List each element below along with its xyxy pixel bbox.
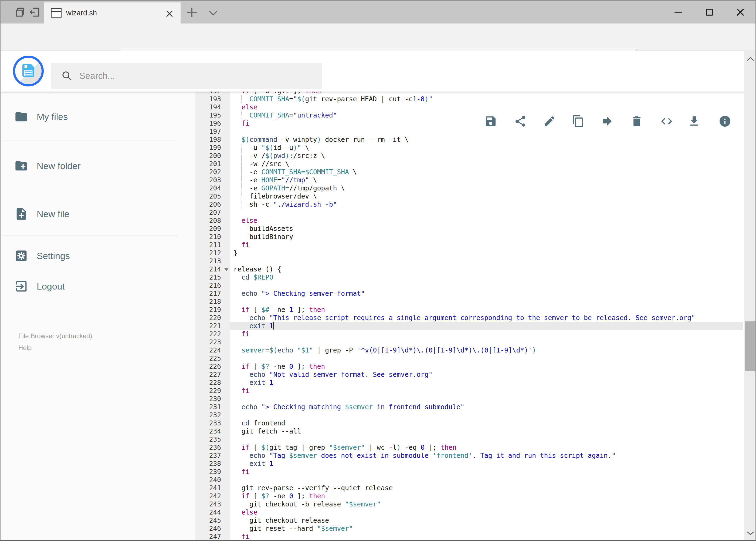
line-number: 247	[195, 533, 230, 541]
code-line[interactable]: git checkout -b release "$semver"	[230, 500, 744, 508]
code-line[interactable]	[230, 476, 744, 484]
code-line[interactable]: semver=$(echo "$1" | grep -P '^v(0|[1-9]…	[230, 346, 744, 354]
indent-guide	[241, 185, 242, 192]
set-tabs-aside-icon[interactable]	[29, 6, 41, 18]
code-line[interactable]: sh -c "./wizard.sh -b"	[230, 201, 744, 209]
line-number: 195	[195, 111, 230, 119]
code-line[interactable]: git rev-parse --verify --quiet release	[230, 484, 744, 492]
code-line[interactable]: -e HOME="//tmp" \	[230, 176, 744, 184]
code-line[interactable]: -v /$(pwd):/src:z \	[230, 152, 744, 160]
code-line[interactable]: git fetch --all	[230, 427, 744, 435]
tab-list-chevron-icon[interactable]	[207, 8, 219, 18]
code-line[interactable]: else	[230, 508, 744, 516]
code-line[interactable]: else	[230, 217, 744, 225]
indent-guide	[241, 95, 242, 103]
code-line[interactable]: echo "Tag $semver does not exist in subm…	[230, 452, 744, 460]
code-line[interactable]: exit 1	[230, 379, 744, 387]
browser-tab[interactable]: wizard.sh	[44, 2, 180, 24]
copy-button[interactable]	[572, 115, 585, 128]
code-line[interactable]: if [ $? -ne 0 ]; then	[230, 492, 744, 500]
code-line[interactable]	[230, 395, 744, 403]
code-line[interactable]	[230, 435, 744, 443]
code-line[interactable]: }	[230, 249, 744, 257]
download-button[interactable]	[688, 115, 701, 128]
code-line[interactable]	[230, 128, 744, 136]
code-line[interactable]: cd frontend	[230, 419, 744, 427]
code-line[interactable]: echo "> Checking matching $semver in fro…	[230, 403, 744, 411]
line-number: 241	[195, 484, 230, 492]
code-line[interactable]: buildBinary	[230, 233, 744, 241]
code-line[interactable]: -w //src \	[230, 160, 744, 168]
code-line[interactable]: git checkout release	[230, 516, 744, 525]
code-line[interactable]: fi	[230, 241, 744, 249]
code-line[interactable]: -u "$(id -u)" \	[230, 144, 744, 152]
code-line[interactable]: fi	[230, 330, 744, 338]
code-line[interactable]	[230, 209, 744, 217]
code-line[interactable]: cd $REPO	[230, 273, 744, 281]
line-number: 246	[195, 525, 230, 533]
code-line[interactable]: echo "Not valid semver format. See semve…	[230, 370, 744, 379]
code-line[interactable]: git reset --hard "$semver"	[230, 525, 744, 533]
code-line[interactable]: fi	[230, 533, 744, 541]
code-line[interactable]: echo "> Checking semver format"	[230, 289, 744, 297]
code-line[interactable]: -e COMMIT_SHA=$COMMIT_SHA \	[230, 168, 744, 176]
sidebar-item-my-files[interactable]: My files	[1, 109, 195, 124]
save-button[interactable]	[484, 115, 497, 128]
line-number: 197	[195, 128, 230, 136]
line-number: 228	[195, 379, 230, 387]
code-line[interactable]: $(command -v winpty) docker run --rm -it…	[230, 136, 744, 144]
code-line[interactable]	[230, 354, 744, 362]
code-line[interactable]: buildAssets	[230, 225, 744, 233]
edit-button[interactable]	[543, 115, 556, 128]
code-line[interactable]	[230, 257, 744, 265]
code-line[interactable]: if [ $(git tag | grep "$semver" | wc -l)…	[230, 443, 744, 452]
code-line[interactable]: fi	[230, 468, 744, 476]
scroll-down-icon[interactable]	[746, 530, 755, 537]
code-line[interactable]	[230, 411, 744, 419]
window-close-button[interactable]	[734, 6, 746, 18]
delete-button[interactable]	[630, 115, 643, 128]
page-scrollbar[interactable]	[744, 51, 756, 541]
code-area[interactable]: if [ -d .git ]; then COMMIT_SHA="$(git r…	[230, 92, 744, 541]
code-line[interactable]: -e GOPATH=//tmp/gopath \	[230, 184, 744, 192]
sidebar-item-settings[interactable]: Settings	[1, 248, 195, 264]
scroll-up-icon[interactable]	[746, 56, 755, 63]
code-view-button[interactable]	[660, 115, 673, 128]
fold-toggle-icon[interactable]	[224, 268, 229, 271]
help-link[interactable]: Help	[18, 344, 32, 352]
new-tab-button[interactable]	[185, 6, 198, 19]
sidebar-item-logout[interactable]: Logout	[1, 279, 195, 294]
code-line[interactable]: COMMIT_SHA="$(git rev-parse HEAD | cut -…	[230, 95, 744, 103]
code-line[interactable]	[230, 281, 744, 289]
line-number: 198	[195, 136, 230, 144]
code-line[interactable]: if [ $? -ne 0 ]; then	[230, 362, 744, 370]
tab-close-icon[interactable]	[165, 9, 174, 18]
code-line[interactable]: if [ $# -ne 1 ]; then	[230, 306, 744, 314]
line-number: 216	[195, 281, 230, 289]
window-maximize-button[interactable]	[703, 6, 715, 18]
code-line[interactable]: if [ -d .git ]; then	[230, 92, 744, 95]
tab-preview-icon[interactable]	[14, 6, 26, 18]
sidebar-item-new-folder[interactable]: New folder	[1, 158, 195, 174]
indent-guide	[241, 152, 242, 160]
code-line[interactable]	[230, 338, 744, 346]
scrollbar-thumb[interactable]	[745, 321, 756, 371]
code-line[interactable]: fi	[230, 387, 744, 395]
code-line[interactable]: exit 1	[230, 460, 744, 468]
line-number: 207	[195, 209, 230, 217]
code-line[interactable]: else	[230, 103, 744, 111]
code-line[interactable]	[230, 297, 744, 306]
filebrowser-logo[interactable]	[13, 56, 44, 86]
code-line[interactable]: release () {	[230, 265, 744, 273]
move-button[interactable]	[601, 115, 614, 128]
code-line[interactable]: echo "This release script requires a sin…	[230, 314, 744, 322]
new-folder-icon	[14, 159, 28, 173]
info-button[interactable]	[718, 115, 731, 128]
line-number: 205	[195, 192, 230, 201]
window-minimize-button[interactable]	[672, 6, 684, 18]
code-line[interactable]: exit 1	[230, 322, 744, 330]
code-line[interactable]: filebrowser/dev \	[230, 192, 744, 201]
search-input[interactable]	[79, 63, 312, 89]
sidebar-item-new-file[interactable]: New file	[1, 206, 195, 222]
share-button[interactable]	[514, 115, 527, 128]
